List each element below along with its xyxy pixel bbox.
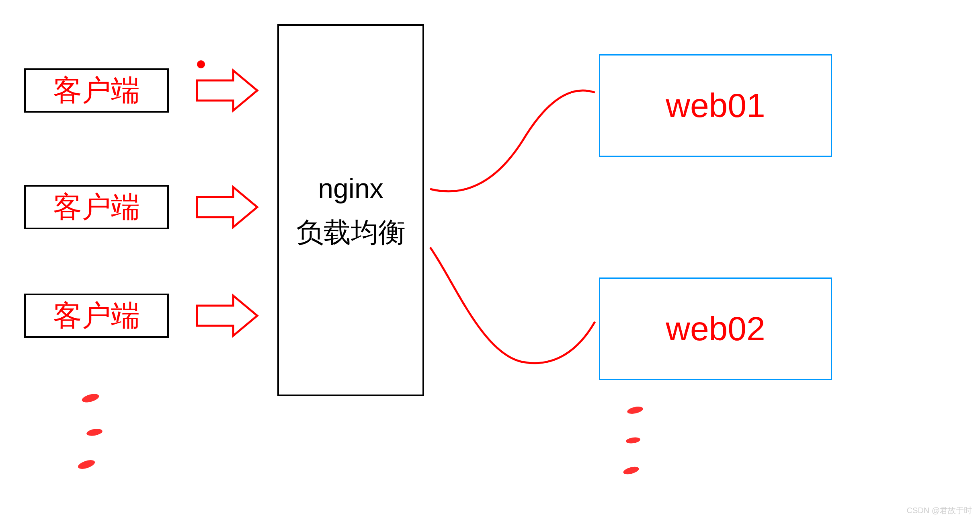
svg-point-3 [627,405,644,415]
arrow-icon [197,70,257,111]
svg-point-2 [77,458,96,471]
connections-svg [0,0,980,520]
curve-connector-icon [430,247,595,363]
svg-point-4 [625,437,641,444]
svg-point-5 [623,465,640,476]
svg-point-1 [86,428,103,437]
ellipsis-icon [77,393,103,471]
arrow-icon [197,187,257,227]
dot-icon [197,60,205,68]
curve-connector-icon [430,90,595,191]
ellipsis-icon [623,405,644,476]
svg-point-0 [81,393,100,404]
architecture-diagram: 客户端 客户端 客户端 nginx 负载均衡 web01 web02 [0,0,980,520]
watermark-text: CSDN @君故于时 [906,505,972,516]
arrow-icon [197,296,257,336]
